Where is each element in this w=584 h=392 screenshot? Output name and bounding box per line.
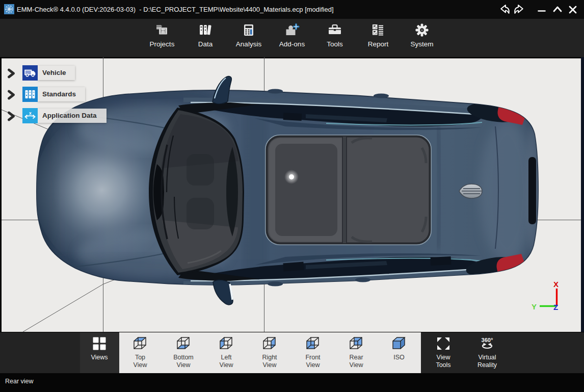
svg-text:360°: 360° xyxy=(482,337,493,343)
svg-text:Z: Z xyxy=(553,303,558,311)
svg-text:X: X xyxy=(553,280,559,289)
svg-text:x: x xyxy=(29,111,32,116)
svg-text:Y: Y xyxy=(532,302,537,311)
